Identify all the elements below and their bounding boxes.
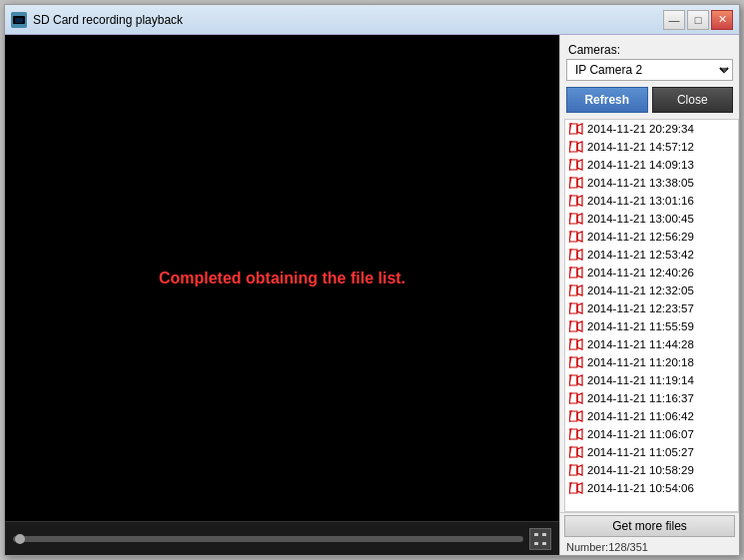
list-item[interactable]: 2014-11-21 11:55:59 [565,317,738,335]
camera-recording-icon [569,445,583,459]
main-window: SD Card recording playback — □ ✕ Complet… [4,4,740,556]
file-timestamp: 2014-11-21 12:53:42 [587,249,694,261]
list-item[interactable]: 2014-11-21 11:16:37 [565,389,738,407]
svg-marker-47 [577,357,582,367]
camera-recording-icon [569,319,583,333]
title-bar: SD Card recording playback — □ ✕ [5,5,739,35]
camera-recording-icon [569,230,583,244]
list-item[interactable]: 2014-11-21 10:58:29 [565,461,738,479]
svg-marker-59 [577,429,582,439]
number-status: Number:128/351 [560,539,739,555]
video-controls [5,521,559,555]
svg-marker-32 [577,268,582,278]
camera-recording-icon [569,409,583,423]
close-button[interactable]: Close [652,87,734,113]
camera-recording-icon [569,337,583,351]
camera-select-wrapper: IP Camera 2 IP Camera 1 IP Camera 3 [566,59,733,81]
list-item[interactable]: 2014-11-21 13:00:45 [565,210,738,228]
file-timestamp: 2014-11-21 13:38:05 [587,177,694,189]
svg-rect-6 [542,542,546,545]
list-item[interactable]: 2014-11-21 11:19:14 [565,371,738,389]
camera-recording-icon [569,176,583,190]
file-timestamp: 2014-11-21 14:57:12 [587,141,694,153]
svg-marker-23 [577,214,582,224]
file-timestamp: 2014-11-21 11:06:42 [587,410,694,422]
refresh-button[interactable]: Refresh [566,87,648,113]
file-list-container: 2014-11-21 20:29:34 2014-11-21 14:57:12 … [560,119,739,512]
window-title: SD Card recording playback [33,13,663,27]
file-timestamp: 2014-11-21 20:29:34 [587,123,694,135]
maximize-button[interactable]: □ [687,10,709,30]
list-item[interactable]: 2014-11-21 12:23:57 [565,299,738,317]
list-item[interactable]: 2014-11-21 13:01:16 [565,192,738,210]
action-buttons: Refresh Close [560,87,739,119]
camera-recording-icon [569,140,583,154]
video-area: Completed obtaining the file list. [5,35,559,521]
camera-recording-icon [569,355,583,369]
file-list[interactable]: 2014-11-21 20:29:34 2014-11-21 14:57:12 … [564,119,739,512]
list-item[interactable]: 2014-11-21 12:53:42 [565,246,738,264]
camera-recording-icon [569,266,583,280]
camera-recording-icon [569,158,583,172]
camera-recording-icon [569,212,583,226]
svg-marker-8 [577,124,582,134]
minimize-button[interactable]: — [663,10,685,30]
svg-marker-14 [577,160,582,170]
right-panel: Cameras: IP Camera 2 IP Camera 1 IP Came… [559,35,739,555]
svg-rect-4 [542,533,546,536]
list-item[interactable]: 2014-11-21 12:32:05 [565,281,738,299]
svg-marker-53 [577,393,582,403]
content-area: Completed obtaining the file list. C [5,35,739,555]
list-item[interactable]: 2014-11-21 11:20:18 [565,353,738,371]
list-item[interactable]: 2014-11-21 11:05:27 [565,443,738,461]
svg-rect-5 [534,542,538,545]
camera-recording-icon [569,463,583,477]
svg-marker-20 [577,196,582,206]
svg-rect-3 [534,533,538,536]
file-timestamp: 2014-11-21 11:55:59 [587,320,694,332]
list-item[interactable]: 2014-11-21 11:44:28 [565,335,738,353]
right-panel-bottom: Get more files Number:128/351 [560,512,739,555]
list-item[interactable]: 2014-11-21 14:09:13 [565,156,738,174]
video-panel: Completed obtaining the file list. [5,35,559,555]
svg-marker-11 [577,142,582,152]
seek-bar[interactable] [13,536,523,542]
svg-marker-35 [577,285,582,295]
file-timestamp: 2014-11-21 11:20:18 [587,356,694,368]
list-item[interactable]: 2014-11-21 14:57:12 [565,138,738,156]
list-item[interactable]: 2014-11-21 20:29:34 [565,120,738,138]
svg-marker-44 [577,339,582,349]
file-timestamp: 2014-11-21 14:09:13 [587,159,694,171]
svg-marker-65 [577,465,582,475]
list-item[interactable]: 2014-11-21 11:06:42 [565,407,738,425]
file-timestamp: 2014-11-21 11:19:14 [587,374,694,386]
file-timestamp: 2014-11-21 12:32:05 [587,284,694,296]
list-item[interactable]: 2014-11-21 13:38:05 [565,174,738,192]
file-timestamp: 2014-11-21 11:16:37 [587,392,694,404]
camera-select[interactable]: IP Camera 2 IP Camera 1 IP Camera 3 [566,59,733,81]
svg-marker-41 [577,321,582,331]
camera-recording-icon [569,391,583,405]
fullscreen-button[interactable] [529,528,551,550]
camera-recording-icon [569,122,583,136]
svg-marker-56 [577,411,582,421]
svg-rect-2 [15,18,23,23]
camera-recording-icon [569,301,583,315]
file-timestamp: 2014-11-21 12:56:29 [587,231,694,243]
list-item[interactable]: 2014-11-21 12:56:29 [565,228,738,246]
svg-marker-29 [577,250,582,260]
get-more-files-button[interactable]: Get more files [564,515,735,537]
list-item[interactable]: 2014-11-21 10:54:06 [565,479,738,497]
list-item[interactable]: 2014-11-21 12:40:26 [565,264,738,281]
window-close-button[interactable]: ✕ [711,10,733,30]
file-timestamp: 2014-11-21 13:00:45 [587,213,694,225]
camera-recording-icon [569,427,583,441]
file-timestamp: 2014-11-21 11:05:27 [587,446,694,458]
list-item[interactable]: 2014-11-21 11:06:07 [565,425,738,443]
file-timestamp: 2014-11-21 12:23:57 [587,302,694,314]
svg-marker-68 [577,483,582,493]
camera-recording-icon [569,248,583,262]
file-timestamp: 2014-11-21 13:01:16 [587,195,694,207]
window-controls: — □ ✕ [663,10,733,30]
camera-recording-icon [569,373,583,387]
